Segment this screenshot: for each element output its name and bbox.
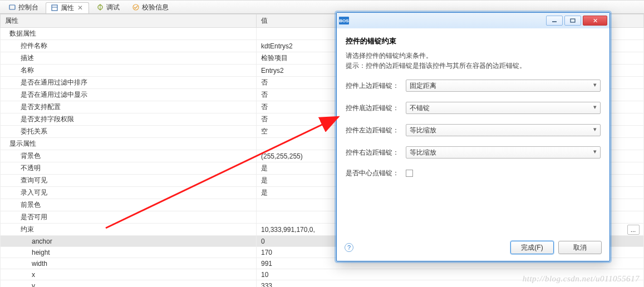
combo-right-anchor[interactable]: 等比缩放 xyxy=(406,146,601,159)
svg-rect-0 xyxy=(9,5,15,9)
prop-name-cell: 是否支持字段权限 xyxy=(1,113,257,126)
properties-icon xyxy=(51,4,58,12)
desc-line: 请选择控件的锚锭约束条件。 xyxy=(346,51,601,61)
combo-value: 等比缩放 xyxy=(410,126,436,135)
tab-label: 控制台 xyxy=(18,3,38,12)
prop-name-cell: 委托关系 xyxy=(1,126,257,138)
prop-name-cell: 录入可见 xyxy=(1,187,257,199)
combo-value: 固定距离 xyxy=(410,81,436,91)
minimize-button[interactable] xyxy=(546,16,563,26)
finish-button[interactable]: 完成(F) xyxy=(510,241,554,254)
tab-validate[interactable]: 校验信息 xyxy=(127,2,174,13)
svg-rect-7 xyxy=(571,19,575,22)
dialog-titlebar[interactable]: BOS ✕ xyxy=(337,13,609,28)
field-label-right: 控件右边距锚锭： xyxy=(346,148,401,157)
prop-name-cell: 是否在通用过滤中显示 xyxy=(1,89,257,101)
cancel-button[interactable]: 取消 xyxy=(558,241,602,254)
field-label-left: 控件左边距锚锭： xyxy=(346,126,401,135)
prop-name-cell: 名称 xyxy=(1,65,257,77)
close-button[interactable]: ✕ xyxy=(583,16,607,26)
combo-value: 等比缩放 xyxy=(410,148,436,157)
prop-name-cell: 控件名称 xyxy=(1,40,257,52)
prop-name-cell: 前景色 xyxy=(1,199,257,211)
svg-rect-1 xyxy=(52,5,57,11)
prop-name-cell: 背景色 xyxy=(1,150,257,162)
field-label-top: 控件上边距锚锭： xyxy=(346,81,401,91)
dialog-description: 请选择控件的锚锭约束条件。 提示：控件的边距锚锭是指该控件与其所在容器的边距锚锭… xyxy=(346,51,601,71)
prop-name-cell: width xyxy=(1,258,257,269)
dialog-body: 控件的锚锭约束 请选择控件的锚锭约束条件。 提示：控件的边距锚锭是指该控件与其所… xyxy=(337,28,609,194)
button-label: 完成(F) xyxy=(521,243,543,253)
button-label: 取消 xyxy=(573,243,587,253)
prop-name-cell: 显示属性 xyxy=(1,138,257,150)
dialog-button-row: ? 完成(F) 取消 xyxy=(337,241,609,254)
dialog-heading: 控件的锚锭约束 xyxy=(346,36,601,46)
watermark: http://blog.csdn.net/u011055617 xyxy=(523,274,640,284)
field-label-bottom: 控件底边距锚锭： xyxy=(346,103,401,113)
prop-name-cell: height xyxy=(1,247,257,258)
prop-name-cell: 不透明 xyxy=(1,162,257,175)
prop-name-cell: 约束 xyxy=(1,224,257,236)
close-icon[interactable]: ✕ xyxy=(76,4,84,12)
tab-label: 属性 xyxy=(61,3,74,13)
check-icon xyxy=(132,3,140,11)
prop-name-cell: 是否支持配置 xyxy=(1,101,257,113)
desc-line: 提示：控件的边距锚锭是指该控件与其所在容器的边距锚锭。 xyxy=(346,61,601,71)
tab-label: 调试 xyxy=(106,3,120,12)
prop-name-cell: 是否在通用过滤中排序 xyxy=(1,77,257,89)
tab-debug[interactable]: 调试 xyxy=(91,2,125,13)
prop-name-cell: x xyxy=(1,269,257,280)
help-icon[interactable]: ? xyxy=(345,243,353,252)
svg-point-5 xyxy=(133,4,139,10)
prop-name-cell: anchor xyxy=(1,236,257,247)
prop-name-cell: 数据属性 xyxy=(1,28,257,40)
tab-console[interactable]: 控制台 xyxy=(3,2,43,13)
bug-icon xyxy=(96,3,104,11)
tab-label: 校验信息 xyxy=(142,3,169,12)
prop-name-cell: y xyxy=(1,280,257,288)
prop-name-cell: 是否可用 xyxy=(1,211,257,224)
combo-top-anchor[interactable]: 固定距离 xyxy=(406,80,601,92)
combo-value: 不锚锭 xyxy=(410,103,430,113)
combo-bottom-anchor[interactable]: 不锚锭 xyxy=(406,102,601,114)
prop-name-cell: 描述 xyxy=(1,52,257,65)
console-icon xyxy=(8,3,16,11)
field-label-center: 是否中心点锚锭： xyxy=(346,169,401,178)
col-property[interactable]: 属性 xyxy=(1,14,257,28)
combo-left-anchor[interactable]: 等比缩放 xyxy=(406,124,601,136)
prop-name-cell: 查询可见 xyxy=(1,175,257,187)
checkbox-center-anchor[interactable] xyxy=(406,170,413,177)
tab-properties[interactable]: 属性 ✕ xyxy=(46,2,89,13)
maximize-button[interactable] xyxy=(564,16,581,26)
app-icon: BOS xyxy=(339,17,349,24)
ellipsis-button[interactable]: … xyxy=(627,225,640,235)
anchor-dialog: BOS ✕ 控件的锚锭约束 请选择控件的锚锭约束条件。 提示：控件的边距锚锭是指… xyxy=(336,12,610,261)
